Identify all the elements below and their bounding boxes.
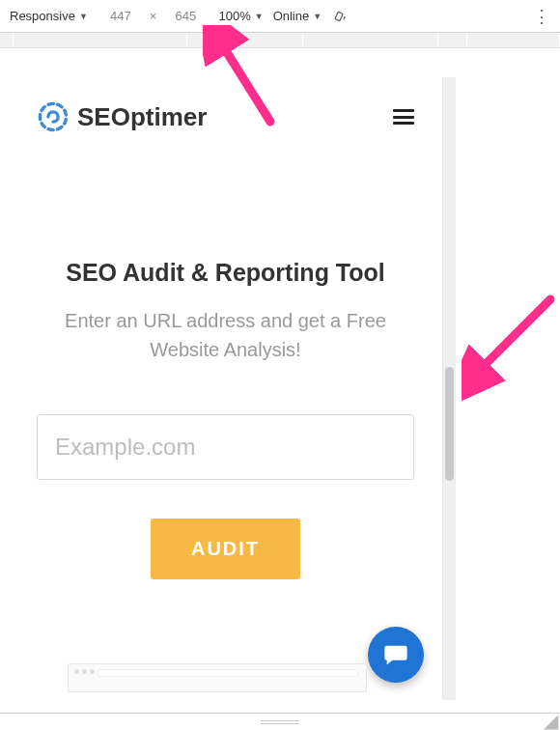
- devtools-device-toolbar: Responsive ▼ × 100% ▼ Online ▼ ⋮: [0, 0, 560, 33]
- rotate-icon[interactable]: [331, 9, 347, 24]
- header-row: SEOptimer: [37, 100, 414, 133]
- more-menu-icon[interactable]: ⋮: [533, 8, 550, 25]
- hamburger-menu-icon[interactable]: [393, 109, 414, 125]
- throttle-select[interactable]: Online ▼: [273, 9, 322, 23]
- zoom-label: 100%: [218, 9, 250, 23]
- svg-rect-1: [335, 12, 343, 21]
- width-input[interactable]: [98, 5, 144, 27]
- panel-bottom-bar: ◢: [0, 713, 560, 730]
- audit-button[interactable]: AUDIT: [151, 519, 300, 579]
- resize-handle-icon[interactable]: ◢: [544, 711, 558, 730]
- device-select[interactable]: Responsive ▼: [10, 9, 88, 23]
- chat-icon: [382, 641, 409, 668]
- dimension-separator: ×: [150, 9, 157, 23]
- chevron-down-icon: ▼: [255, 12, 264, 21]
- page-content: SEOptimer SEO Audit & Reporting Tool Ent…: [10, 77, 441, 700]
- chevron-down-icon: ▼: [79, 12, 88, 21]
- logo-gear-icon: [37, 100, 70, 133]
- hero-subtitle: Enter an URL address and get a Free Webs…: [37, 306, 414, 364]
- url-input[interactable]: [37, 414, 414, 480]
- browser-thumbnail: [68, 663, 367, 692]
- chevron-down-icon: ▼: [313, 12, 322, 21]
- device-select-label: Responsive: [10, 9, 75, 23]
- chat-fab[interactable]: [368, 627, 424, 683]
- device-viewport: SEOptimer SEO Audit & Reporting Tool Ent…: [10, 77, 441, 700]
- scrollbar-thumb[interactable]: [445, 367, 454, 481]
- zoom-select[interactable]: 100% ▼: [218, 9, 263, 23]
- brand[interactable]: SEOptimer: [37, 100, 207, 133]
- height-input[interactable]: [162, 5, 209, 27]
- dimensions-group: ×: [98, 5, 210, 27]
- hero-title: SEO Audit & Reporting Tool: [37, 259, 414, 287]
- brand-name: SEOptimer: [77, 102, 207, 132]
- viewport-scrollbar[interactable]: [442, 77, 456, 700]
- throttle-label: Online: [273, 9, 310, 23]
- device-stage: SEOptimer SEO Audit & Reporting Tool Ent…: [0, 48, 560, 730]
- drag-grip-icon[interactable]: [261, 720, 299, 726]
- ruler: [0, 33, 560, 48]
